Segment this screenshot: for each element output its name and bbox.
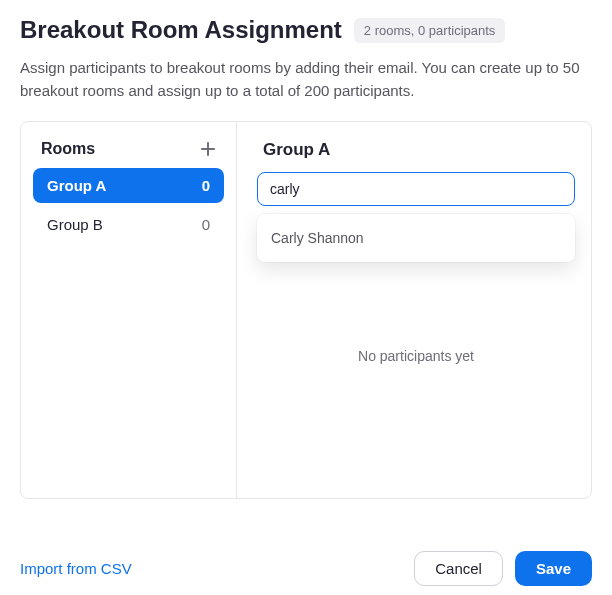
import-csv-link[interactable]: Import from CSV — [20, 560, 132, 577]
plus-icon — [200, 141, 216, 157]
empty-participants-text: No participants yet — [257, 226, 575, 486]
room-item-group-b[interactable]: Group B 0 — [33, 207, 224, 242]
detail-column: Group A Carly Shannon No participants ye… — [237, 122, 591, 498]
suggestion-dropdown: Carly Shannon — [257, 214, 575, 262]
suggestion-item[interactable]: Carly Shannon — [257, 220, 575, 256]
room-item-label: Group B — [47, 216, 103, 233]
page-title: Breakout Room Assignment — [20, 16, 342, 44]
add-room-button[interactable] — [200, 141, 216, 157]
room-summary-pill: 2 rooms, 0 participants — [354, 18, 506, 43]
room-item-count: 0 — [202, 177, 210, 194]
save-button[interactable]: Save — [515, 551, 592, 586]
participant-search-input[interactable] — [257, 172, 575, 206]
room-item-count: 0 — [202, 216, 210, 233]
description-text: Assign participants to breakout rooms by… — [20, 56, 592, 103]
detail-title: Group A — [257, 140, 575, 160]
rooms-heading: Rooms — [41, 140, 95, 158]
rooms-column: Rooms Group A 0 Group B 0 — [21, 122, 237, 498]
room-item-label: Group A — [47, 177, 106, 194]
assignment-panel: Rooms Group A 0 Group B 0 Group A Carly … — [20, 121, 592, 499]
cancel-button[interactable]: Cancel — [414, 551, 503, 586]
room-item-group-a[interactable]: Group A 0 — [33, 168, 224, 203]
